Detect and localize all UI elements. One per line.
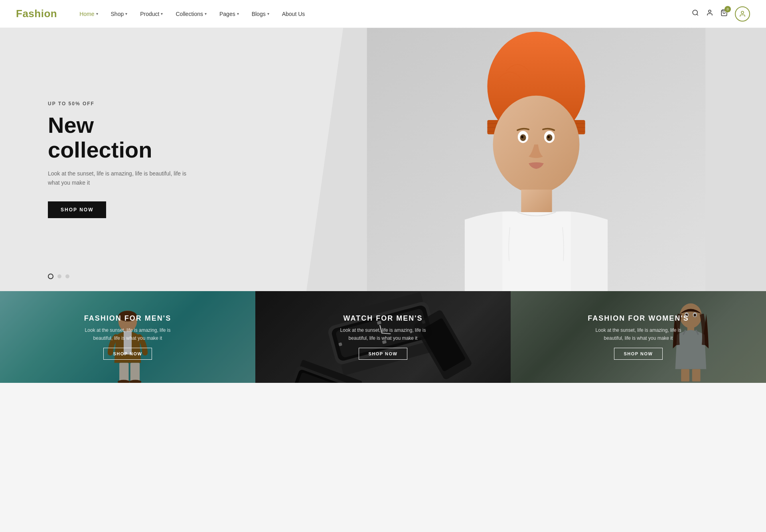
- nav-link-home[interactable]: Home ▾: [73, 0, 104, 28]
- nav-link-shop[interactable]: Shop ▾: [105, 0, 134, 28]
- promo-grid: FASHION FOR MEN'S Look at the sunset, li…: [0, 291, 766, 383]
- hero-person-illustration: [306, 28, 766, 291]
- navbar: Fashion Home ▾ Shop ▾ Product ▾ Coll: [0, 0, 766, 28]
- hero-background: [306, 28, 766, 291]
- nav-link-about[interactable]: About Us: [276, 0, 312, 28]
- nav-link-collections[interactable]: Collections ▾: [169, 0, 213, 28]
- chevron-down-icon: ▾: [205, 12, 207, 16]
- nav-item-product: Product ▾: [134, 0, 169, 28]
- svg-line-1: [697, 14, 698, 15]
- navbar-icons: 0: [692, 6, 750, 22]
- nav-link-pages[interactable]: Pages ▾: [213, 0, 245, 28]
- svg-point-4: [741, 11, 744, 14]
- promo-card-3-cta[interactable]: SHOP NOW: [614, 348, 663, 360]
- slider-dot-2[interactable]: [57, 274, 61, 278]
- chevron-down-icon: ▾: [161, 12, 163, 16]
- promo-card-womens-fashion[interactable]: FASHION FOR WOMEN'S Look at the sunset, …: [511, 291, 766, 383]
- nav-link-product[interactable]: Product ▾: [134, 0, 169, 28]
- promo-card-2-cta[interactable]: SHOP NOW: [359, 348, 408, 360]
- nav-links: Home ▾ Shop ▾ Product ▾ Collections ▾: [73, 0, 692, 28]
- svg-point-2: [709, 10, 711, 12]
- nav-item-home: Home ▾: [73, 0, 104, 28]
- promo-card-2-title: WATCH FOR MEN'S: [344, 314, 423, 323]
- promo-card-2-desc: Look at the sunset, life is amazing, lif…: [331, 327, 435, 342]
- svg-rect-16: [502, 212, 571, 291]
- promo-card-1-cta[interactable]: SHOP NOW: [103, 348, 152, 360]
- hero-cta-button[interactable]: SHOP NOW: [48, 201, 106, 218]
- promo-card-1-overlay: FASHION FOR MEN'S Look at the sunset, li…: [0, 291, 255, 383]
- svg-point-14: [547, 136, 550, 138]
- promo-card-1-desc: Look at the sunset, life is amazing, lif…: [76, 327, 180, 342]
- hero-section: UP TO 50% OFF New collection Look at the…: [0, 28, 766, 291]
- chevron-down-icon: ▾: [96, 12, 98, 16]
- promo-card-2-overlay: WATCH FOR MEN'S Look at the sunset, life…: [255, 291, 511, 383]
- account-icon[interactable]: [706, 9, 713, 18]
- nav-item-blogs: Blogs ▾: [245, 0, 276, 28]
- hero-subtitle: Look at the sunset, life is amazing, lif…: [48, 169, 199, 187]
- hero-title: New collection: [48, 113, 199, 162]
- chevron-down-icon: ▾: [125, 12, 127, 16]
- hero-slider-dots: [48, 274, 69, 279]
- nav-item-collections: Collections ▾: [169, 0, 213, 28]
- promo-card-3-desc: Look at the sunset, life is amazing, lif…: [586, 327, 690, 342]
- hero-badge: UP TO 50% OFF: [48, 101, 199, 106]
- slider-dot-3[interactable]: [65, 274, 69, 278]
- cart-badge: 0: [725, 6, 731, 12]
- svg-point-0: [693, 10, 697, 15]
- promo-card-3-title: FASHION FOR WOMEN'S: [588, 314, 689, 323]
- hero-content: UP TO 50% OFF New collection Look at the…: [0, 101, 199, 218]
- cart-icon[interactable]: 0: [721, 9, 728, 18]
- nav-item-about: About Us: [276, 0, 312, 28]
- chevron-down-icon: ▾: [267, 12, 269, 16]
- nav-link-blogs[interactable]: Blogs ▾: [245, 0, 276, 28]
- nav-item-shop: Shop ▾: [105, 0, 134, 28]
- promo-card-3-overlay: FASHION FOR WOMEN'S Look at the sunset, …: [511, 291, 766, 383]
- brand-logo[interactable]: Fashion: [16, 8, 57, 20]
- search-icon[interactable]: [692, 9, 699, 18]
- promo-card-mens-fashion[interactable]: FASHION FOR MEN'S Look at the sunset, li…: [0, 291, 255, 383]
- profile-circle-button[interactable]: [735, 6, 750, 22]
- chevron-down-icon: ▾: [237, 12, 239, 16]
- promo-card-watch[interactable]: WATCH FOR MEN'S Look at the sunset, life…: [255, 291, 511, 383]
- promo-card-1-title: FASHION FOR MEN'S: [84, 314, 171, 323]
- slider-dot-1[interactable]: [48, 274, 53, 279]
- nav-item-pages: Pages ▾: [213, 0, 245, 28]
- svg-point-13: [521, 136, 523, 138]
